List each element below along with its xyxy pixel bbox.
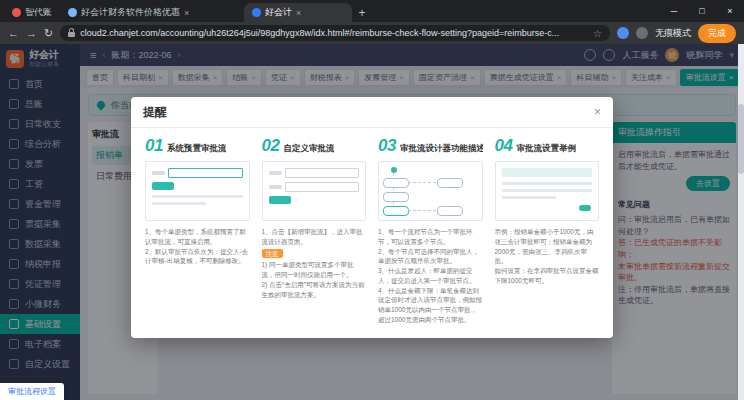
tab1-favicon [12,8,21,17]
notice-badge: 注意 [262,249,283,259]
browser-window: 智代账 好会计财务软件价格优惠 好会计 cloud2.chanjet.com/a… [0,0,744,400]
scrollbar-thumb[interactable] [738,104,744,174]
incognito-label: 无痕模式 [655,27,691,40]
browser-tab-2[interactable]: 好会计财务软件价格优惠 [60,3,244,22]
bookmark-star-icon[interactable] [593,28,602,39]
reminder-modal: 提醒 01 系统预置审批流 1、每个单据类型，系统都预置了默认审批流，可直接启用… [131,97,613,338]
step4-number: 04 [495,136,513,156]
step3-title: 审批流设计器功能描述 [400,143,483,155]
browser-tab-1[interactable]: 智代账 [4,3,60,22]
browser-address-bar: cloud2.chanjet.com/accounting/uh26t264j5… [0,22,744,44]
modal-title: 提醒 [143,104,167,121]
step-column-4: 04 审批流设置举例 示例：报销单金额小于1000元，由张三会计审批即可；报销单… [495,136,600,328]
scrollbar[interactable] [738,44,744,400]
reload-icon[interactable] [44,28,53,39]
step2-thumbnail [262,161,367,221]
step2-text-2: 1) 同一单据类型可设置多个审批流，但同一时间仅能启用一个。 2) 点击“去启用… [262,260,367,299]
step4-thumbnail [495,161,600,221]
tab-close-icon[interactable] [184,8,189,18]
step1-number: 01 [145,136,163,156]
window-minimize-button[interactable] [660,0,688,22]
step3-number: 03 [378,136,396,156]
step3-thumbnail [378,161,483,221]
url-text: cloud2.chanjet.com/accounting/uh26t264j5… [80,28,588,38]
step-column-1: 01 系统预置审批流 1、每个单据类型，系统都预置了默认审批流，可直接启用。 2… [145,136,250,328]
tab1-title: 智代账 [25,6,52,19]
window-controls [660,0,744,22]
tab2-favicon [68,8,77,17]
modal-body: 01 系统预置审批流 1、每个单据类型，系统都预置了默认审批流，可直接启用。 2… [131,128,613,338]
incognito-icon [636,27,648,39]
tab3-title: 好会计 [265,6,292,19]
step2-number: 02 [262,136,280,156]
back-icon[interactable] [8,28,19,39]
modal-header: 提醒 [131,97,613,128]
tab3-favicon [252,8,261,17]
step1-thumbnail [145,161,250,221]
window-maximize-button[interactable] [688,0,716,22]
tab-close-icon[interactable] [296,8,301,18]
step2-title: 自定义审批流 [283,143,334,155]
browser-tab-active[interactable]: 好会计 [244,3,352,22]
step4-text: 示例：报销单金额小于1000元，由张三会计审批即可；报销单金额为2000元，需由… [495,227,600,286]
browser-tab-strip: 智代账 好会计财务软件价格优惠 好会计 [0,0,744,22]
window-close-button[interactable] [716,0,744,22]
lock-icon [68,32,75,37]
modal-close-icon[interactable] [594,105,601,119]
new-tab-button[interactable] [352,3,372,22]
step1-title: 系统预置审批流 [167,143,227,155]
done-button[interactable]: 完成 [698,24,736,43]
forward-icon[interactable] [26,28,37,39]
tab2-title: 好会计财务软件价格优惠 [81,6,180,19]
extension-icon[interactable] [617,27,629,39]
url-bar[interactable]: cloud2.chanjet.com/accounting/uh26t264j5… [60,25,610,41]
step1-text: 1、每个单据类型，系统都预置了默认审批流，可直接启用。 2、默认审批节点依次为：… [145,227,250,266]
step4-title: 审批流设置举例 [516,143,576,155]
status-tooltip: 审批流程设置 [0,383,64,400]
step-column-2: 02 自定义审批流 1、点击【新增审批流】，进入审批流设计器页面。 注意 1) … [262,136,367,328]
step-column-3: 03 审批流设计器功能描述 1、每一个流程节点为一个审批环节，可以设置多个节点。… [378,136,483,328]
step2-text: 1、点击【新增审批流】，进入审批流设计器页面。 [262,227,367,247]
step3-text: 1、每一个流程节点为一个审批环节，可以设置多个节点。 2、每个节点可选择不同的审… [378,227,483,325]
